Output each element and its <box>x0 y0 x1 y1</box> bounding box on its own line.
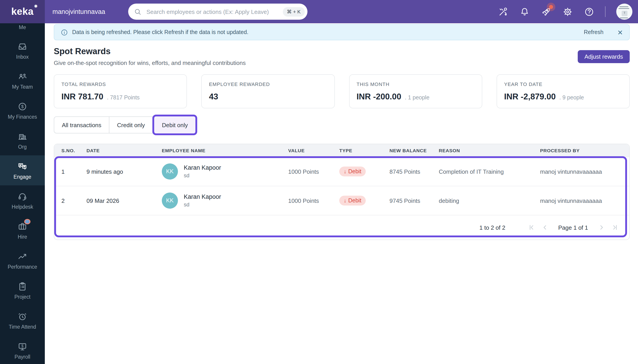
cell-new-balance: 9745 Points <box>390 197 439 204</box>
cell-employee: KK Karan Kapoor sd <box>162 164 288 180</box>
cell-reason: Completion of IT Training <box>439 168 540 175</box>
dollar-circle-icon: $ <box>17 101 28 112</box>
header-actions: T <box>497 4 638 20</box>
cell-date: 09 Mar 2026 <box>87 197 162 204</box>
cell-new-balance: 8745 Points <box>390 168 439 175</box>
sidebar-item-time-attend[interactable]: Time Attend <box>0 305 45 335</box>
transactions-table: S.NO. DATE EMPLOYEE NAME VALUE TYPE NEW … <box>54 144 630 240</box>
sidebar-item-org[interactable]: Org <box>0 125 45 155</box>
close-icon[interactable]: ✕ <box>617 29 623 36</box>
notifications-bell-icon[interactable] <box>519 6 530 17</box>
trend-up-icon <box>17 251 28 262</box>
debit-badge: ↓Debit <box>339 196 366 206</box>
main-content: Data is being refreshed. Please click Re… <box>45 23 638 240</box>
inbox-tray-icon <box>17 41 28 52</box>
next-page-icon[interactable] <box>598 224 605 231</box>
employee-avatar: KK <box>162 164 178 180</box>
stat-card-this-month: THIS MONTH INR -200.00 . 1 people <box>349 74 482 108</box>
sidebar-item-me[interactable]: Me <box>0 23 45 35</box>
table-row: 2 09 Mar 2026 KK Karan Kapoor sd 1000 Po… <box>54 186 629 215</box>
search-input[interactable] <box>145 8 282 16</box>
people-icon <box>17 71 28 82</box>
sidebar-item-performance[interactable]: Performance <box>0 245 45 275</box>
col-sno: S.NO. <box>61 148 87 153</box>
employee-subtitle: sd <box>184 172 221 179</box>
table-row: 1 9 minutes ago KK Karan Kapoor sd 1000 … <box>54 157 629 186</box>
pagination-page: Page 1 of 1 <box>558 224 588 231</box>
tab-all-transactions[interactable]: All transactions <box>54 116 109 134</box>
col-new-balance: NEW BALANCE <box>390 148 439 153</box>
sidebar-nav: Me Inbox My Team $ My Finances Org Engag… <box>0 23 45 364</box>
banner-message: Data is being refreshed. Please click Re… <box>72 29 248 35</box>
search-icon <box>134 8 141 16</box>
stat-value: INR -200.00 <box>357 92 401 102</box>
cell-value: 1000 Points <box>288 197 339 204</box>
sidebar-item-engage[interactable]: Engage <box>0 155 45 185</box>
cell-processed-by: manoj vintunnavaaaaaa <box>540 197 622 204</box>
stat-value: 43 <box>209 92 218 102</box>
svg-text:$: $ <box>22 344 24 348</box>
refresh-banner: Data is being refreshed. Please click Re… <box>54 24 630 40</box>
global-search[interactable]: ⌘ + K <box>128 4 307 20</box>
whats-new-rocket-icon[interactable] <box>540 6 551 17</box>
sidebar-item-my-finances[interactable]: $ My Finances <box>0 95 45 125</box>
sidebar-item-payroll[interactable]: $ Payroll <box>0 335 45 364</box>
sidebar-item-helpdesk[interactable]: Helpdesk <box>0 185 45 215</box>
payroll-monitor-icon: $ <box>17 341 28 352</box>
col-type: TYPE <box>339 148 390 153</box>
header-divider <box>605 6 605 17</box>
sidebar-item-my-team[interactable]: My Team <box>0 65 45 95</box>
help-icon[interactable] <box>583 6 594 17</box>
tab-debit-only[interactable]: Debit only <box>153 114 197 135</box>
sidebar-item-hire[interactable]: Hire <box>0 215 45 245</box>
down-arrow-icon: ↓ <box>344 198 347 204</box>
clipboard-icon <box>17 281 28 292</box>
adjust-rewards-button[interactable]: Adjust rewards <box>578 50 630 63</box>
hire-badge-dot <box>24 219 31 224</box>
tools-icon[interactable] <box>497 6 508 17</box>
building-icon <box>17 131 28 142</box>
settings-gear-icon[interactable] <box>562 6 573 17</box>
last-page-icon[interactable] <box>611 224 618 231</box>
cell-reason: debiting <box>439 197 540 204</box>
stat-cards: TOTAL REWARDS INR 781.70 . 7817 Points E… <box>54 74 630 108</box>
stat-card-employee-rewarded: EMPLOYEE REWARDED 43 <box>201 74 335 108</box>
table-header-row: S.NO. DATE EMPLOYEE NAME VALUE TYPE NEW … <box>54 144 629 157</box>
top-bar: keka❋ manojvintunnavaa ⌘ + K <box>0 0 638 23</box>
page-title: Spot Rewards <box>54 46 246 56</box>
stat-sub: . 7817 Points <box>107 94 140 101</box>
col-employee-name: EMPLOYEE NAME <box>162 148 288 153</box>
col-reason: REASON <box>439 148 540 153</box>
briefcase-icon <box>17 221 28 232</box>
svg-text:$: $ <box>21 104 24 109</box>
logo-sparkle-icon: ❋ <box>34 4 38 8</box>
page-subtitle: Give on-the-spot recognition for wins, e… <box>54 60 246 66</box>
transaction-filter-tabs: All transactions Credit only Debit only <box>54 116 630 134</box>
cell-type: ↓Debit <box>339 166 390 176</box>
brand-name: keka <box>11 6 34 17</box>
info-icon <box>61 28 68 36</box>
down-arrow-icon: ↓ <box>344 168 347 174</box>
cell-date: 9 minutes ago <box>87 168 162 175</box>
employee-name: Karan Kapoor <box>184 164 221 171</box>
cell-sno: 1 <box>61 168 87 175</box>
workspace-name: manojvintunnavaa <box>53 8 105 15</box>
first-page-icon[interactable] <box>528 224 535 231</box>
employee-subtitle: sd <box>184 202 221 208</box>
stat-value: INR 781.70 <box>61 92 103 102</box>
notification-dot <box>549 5 553 9</box>
user-avatar[interactable]: T <box>616 4 632 20</box>
search-shortcut-badge: ⌘ + K <box>283 7 305 16</box>
previous-page-icon[interactable] <box>541 224 548 231</box>
refresh-link[interactable]: Refresh <box>584 29 603 35</box>
debit-badge: ↓Debit <box>339 166 366 176</box>
stat-sub: . 9 people <box>559 94 584 101</box>
tab-credit-only[interactable]: Credit only <box>109 116 153 134</box>
sidebar-item-project[interactable]: Project <box>0 275 45 305</box>
employee-avatar: KK <box>162 192 178 209</box>
sidebar-item-inbox[interactable]: Inbox <box>0 35 45 65</box>
pagination-bar: 1 to 2 of 2 Page 1 of 1 <box>54 215 629 240</box>
col-date: DATE <box>87 148 162 153</box>
keka-logo[interactable]: keka❋ <box>0 0 45 23</box>
stat-card-total-rewards: TOTAL REWARDS INR 781.70 . 7817 Points <box>54 74 187 108</box>
